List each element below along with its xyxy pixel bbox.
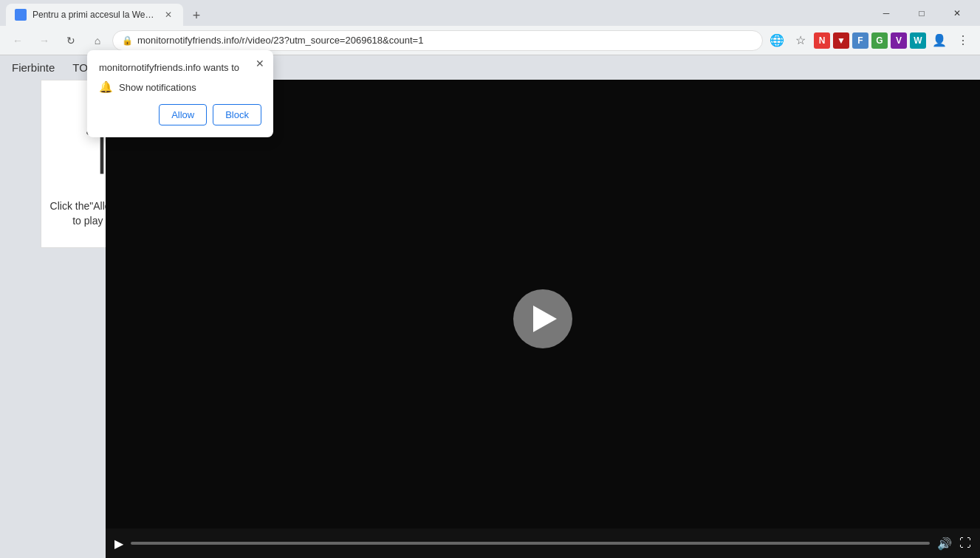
window-controls: ─ □ ✕ bbox=[869, 1, 974, 25]
popup-permission-row: 🔔 Show notifications bbox=[99, 80, 261, 94]
maximize-button[interactable]: □ bbox=[905, 1, 939, 25]
permission-text: Show notifications bbox=[119, 82, 196, 93]
tab-favicon bbox=[15, 9, 27, 21]
video-progress-bar[interactable] bbox=[131, 542, 930, 545]
address-bar[interactable]: 🔒 monitornotifyfriends.info/r/video/23?u… bbox=[112, 30, 763, 51]
ext-icon-4[interactable]: G bbox=[871, 32, 888, 49]
url-text: monitornotifyfriends.info/r/video/23?utm… bbox=[137, 35, 756, 46]
forward-button[interactable]: → bbox=[32, 29, 56, 52]
active-tab[interactable]: Pentru a primi accesul la Web-si ✕ bbox=[6, 4, 183, 26]
back-button[interactable]: ← bbox=[6, 29, 30, 52]
video-controls: ▶ 🔊 ⛶ bbox=[106, 528, 980, 558]
home-button[interactable]: ⌂ bbox=[86, 29, 109, 52]
main-content: Click the"Allow" buttonto play video ▶ 🔊… bbox=[0, 80, 980, 558]
allow-button[interactable]: Allow bbox=[159, 104, 207, 125]
ext-icon-2[interactable]: ▼ bbox=[833, 32, 849, 49]
popup-buttons: Allow Block bbox=[99, 104, 261, 125]
video-volume-button[interactable]: 🔊 bbox=[937, 537, 952, 551]
refresh-button[interactable]: ↻ bbox=[59, 29, 83, 52]
play-button-overlay[interactable] bbox=[513, 289, 572, 348]
minimize-button[interactable]: ─ bbox=[869, 1, 903, 25]
ext-icon-6[interactable]: W bbox=[910, 32, 926, 49]
tab-bar: Pentru a primi accesul la Web-si ✕ + bbox=[6, 0, 869, 26]
new-tab-button[interactable]: + bbox=[186, 5, 207, 26]
popup-close-button[interactable]: ✕ bbox=[253, 56, 267, 71]
video-fullscreen-button[interactable]: ⛶ bbox=[959, 537, 971, 550]
tab-title: Pentru a primi accesul la Web-si bbox=[32, 10, 157, 20]
ext-icon-1[interactable]: N bbox=[814, 32, 830, 49]
play-triangle-icon bbox=[533, 306, 557, 332]
bookmark-star-icon[interactable]: ☆ bbox=[789, 30, 812, 52]
toolbar-icons: 🌐 ☆ N ▼ F G V W 👤 ⋮ bbox=[766, 30, 974, 52]
notification-popup: ✕ monitornotifyfriends.info wants to 🔔 S… bbox=[87, 50, 273, 137]
video-player[interactable] bbox=[106, 80, 980, 558]
profile-icon[interactable]: 👤 bbox=[928, 30, 950, 52]
ext-icon-3[interactable]: F bbox=[852, 32, 868, 49]
lock-icon: 🔒 bbox=[122, 35, 133, 46]
translate-icon[interactable]: 🌐 bbox=[766, 30, 788, 52]
video-play-button[interactable]: ▶ bbox=[114, 537, 123, 551]
ext-icon-5[interactable]: V bbox=[891, 32, 907, 49]
close-button[interactable]: ✕ bbox=[940, 1, 974, 25]
tab-close-button[interactable]: ✕ bbox=[162, 9, 174, 21]
nav-item-fierbinte[interactable]: Fierbinte bbox=[12, 61, 55, 74]
bell-icon: 🔔 bbox=[99, 80, 113, 94]
block-button[interactable]: Block bbox=[213, 104, 261, 125]
popup-title: monitornotifyfriends.info wants to bbox=[99, 62, 261, 73]
title-bar: Pentru a primi accesul la Web-si ✕ + ─ □… bbox=[0, 0, 980, 26]
menu-icon[interactable]: ⋮ bbox=[952, 30, 974, 52]
